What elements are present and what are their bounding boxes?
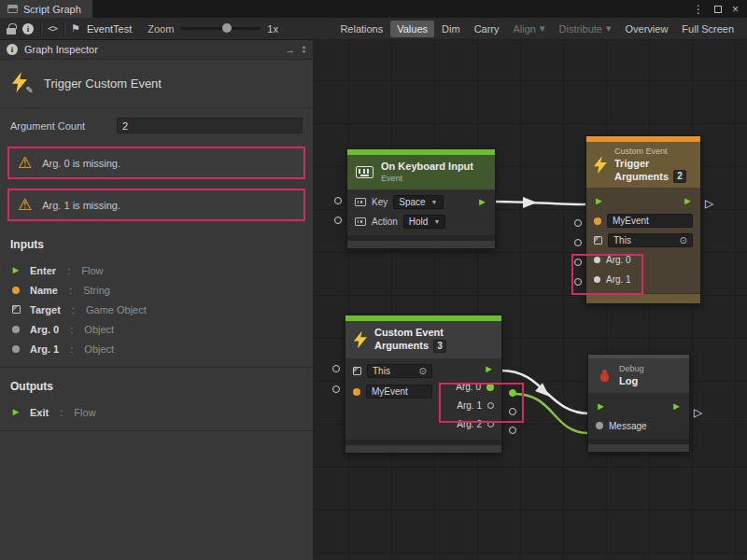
trigger-arg1-input-port[interactable] [574,278,582,286]
node-footer [347,240,495,248]
warning-text: Arg. 0 is missing. [42,158,120,169]
node-title: On Keyboard Input [381,161,473,174]
panel-spinner[interactable]: ▲ ▼ [302,45,306,55]
node-header[interactable]: Custom Event Arguments 3 [345,321,501,358]
arguments-target-input-port[interactable] [332,365,340,372]
zoom-value: 1x [267,23,278,35]
pin-row-name: Name : String [10,280,303,300]
arguments-arg0-outer-port[interactable] [509,389,516,397]
event-name-field[interactable]: MyEvent [366,385,432,399]
dim-button[interactable]: Dim [435,21,467,37]
custom-event-icon [594,156,607,174]
zoom-slider[interactable] [180,27,261,30]
chevron-down-icon: ▼ [433,218,440,225]
tab-bar: Script Graph ⋮ × [0,0,747,18]
object-port-icon[interactable] [594,257,600,263]
arg1-label: Arg. 1 [457,400,482,411]
carry-button[interactable]: Carry [468,21,506,37]
relations-label: Relations [340,23,383,35]
flow-input-port[interactable]: ► [596,401,606,412]
lock-icon[interactable] [7,28,16,35]
target-picker-icon[interactable]: ⊙ [680,236,687,245]
graph-inspector-panel: i Graph Inspector → ▲ ▼ ✎ Trigger Custom… [0,40,314,560]
action-dropdown[interactable]: Hold ▼ [403,215,446,229]
graph-asset-name[interactable]: EventTest [87,23,132,35]
flow-input-port[interactable]: ► [594,196,604,206]
edit-script-icon[interactable]: <> [48,23,57,34]
inspector-header-title: Graph Inspector [24,44,98,55]
toolbar-separator [63,21,64,35]
arg1-port-row: Arg. 1 [586,270,700,289]
trigger-custom-event-node[interactable]: Custom Event Trigger Arguments 2 ► ► [586,136,700,303]
custom-event-arguments-node[interactable]: Custom Event Arguments 3 This ⊙ [345,315,501,453]
gameobject-cube-icon[interactable] [353,367,361,375]
flow-output-row: ► [440,361,501,378]
target-field[interactable]: This ⊙ [367,364,432,378]
node-footer [345,444,501,453]
name-port-row: MyEvent [345,382,440,402]
node-header[interactable]: Custom Event Trigger Arguments 2 [586,142,700,188]
argument-count-value: 2 [122,120,128,132]
align-button[interactable]: Align▾ [507,20,552,37]
distribute-label: Distribute [559,23,602,35]
message-input-port[interactable] [596,422,603,429]
target-port-row: This ⊙ [345,361,440,382]
debug-log-node[interactable]: Debug Log ► ► Message [588,355,689,452]
flow-output-port[interactable]: ► [671,401,682,412]
on-keyboard-input-node[interactable]: On Keyboard Input Event Key Space ▼ ► [347,149,495,248]
arg1-output-port[interactable] [487,402,494,409]
zoom-slider-knob[interactable] [222,23,232,33]
target-picker-icon[interactable]: ⊙ [419,367,427,376]
close-icon[interactable]: × [732,4,739,15]
gameobject-cube-icon[interactable] [594,236,602,245]
arguments-arg1-outer-port[interactable] [509,408,516,415]
values-button[interactable]: Values [390,21,434,37]
arg1-output-row: Arg. 1 [440,397,501,415]
key-input-port[interactable] [334,197,342,204]
argument-count-label: Argument Count [10,120,107,132]
overview-button[interactable]: Overview [619,21,675,37]
outputs-header: Outputs [10,380,303,393]
node-title: Log [619,375,644,388]
maximize-icon[interactable] [714,6,722,13]
event-name-field[interactable]: MyEvent [607,214,693,228]
debug-continue-arrow: ▷ [694,407,702,418]
info-icon[interactable]: i [22,23,34,35]
target-field[interactable]: This ⊙ [608,233,693,247]
arguments-arg2-outer-port[interactable] [509,427,516,434]
key-dropdown[interactable]: Space ▼ [393,195,443,209]
tab-title: Script Graph [23,4,81,15]
string-port-icon[interactable] [594,217,601,225]
arguments-name-input-port[interactable] [332,385,340,393]
flow-output-port[interactable]: ► [683,196,693,206]
pin-row-target: Target : Game Object [10,300,303,319]
dock-icon[interactable]: → [285,44,295,55]
window-menu-icon[interactable]: ⋮ [693,4,704,15]
arg2-output-port[interactable] [487,421,494,427]
argument-count-field[interactable]: 2 [117,118,303,133]
tab-script-graph[interactable]: Script Graph [0,0,92,18]
relations-button[interactable]: Relations [333,21,389,37]
flow-output-port[interactable]: ► [484,364,494,374]
arg0-output-port[interactable] [486,384,494,391]
full-screen-label: Full Screen [682,23,734,35]
distribute-button[interactable]: Distribute▾ [553,20,618,37]
target-value: This [373,366,390,376]
action-input-port[interactable] [334,217,342,224]
trigger-arg0-input-port[interactable] [574,259,582,266]
warning-icon: ⚠ [18,155,32,171]
inputs-header: Inputs [10,238,303,251]
string-port-icon [12,287,20,294]
full-screen-button[interactable]: Full Screen [675,21,740,37]
graph-canvas[interactable]: On Keyboard Input Event Key Space ▼ ► [314,40,747,560]
node-header[interactable]: On Keyboard Input Event [347,155,495,189]
trigger-name-input-port[interactable] [574,219,582,227]
string-port-icon[interactable] [353,388,360,396]
action-value: Hold [409,217,429,227]
trigger-target-input-port[interactable] [574,239,582,246]
object-port-icon [12,345,20,353]
object-port-icon[interactable] [594,276,600,283]
flow-output-port[interactable]: ► [477,197,487,207]
pin-row-arg1: Arg. 1 : Object [10,339,303,358]
node-header[interactable]: Debug Log [588,358,689,393]
